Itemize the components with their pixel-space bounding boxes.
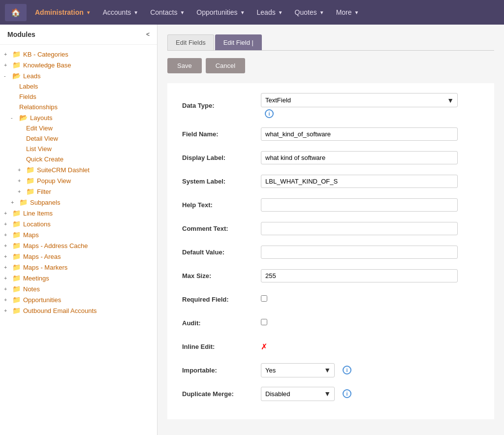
expand-icon: + — [4, 297, 11, 303]
display-label-input[interactable] — [261, 151, 458, 164]
sidebar-item-maps-address-cache[interactable]: + 📁 Maps - Address Cache — [0, 240, 157, 251]
sidebar-item-outbound-email-accounts[interactable]: + 📁 Outbound Email Accounts — [0, 305, 157, 316]
required-field-checkbox[interactable] — [261, 295, 267, 302]
tab-edit-fields[interactable]: Edit Fields — [167, 34, 214, 50]
sidebar-item-meetings[interactable]: + 📁 Meetings — [0, 273, 157, 283]
sidebar-item-locations[interactable]: + 📁 Locations — [0, 218, 157, 229]
system-label-label: System Label: — [182, 178, 261, 185]
default-value-input[interactable] — [261, 246, 458, 259]
sidebar-item-suitecrm-dashlet[interactable]: + 📁 SuiteCRM Dashlet — [0, 164, 157, 175]
comment-text-row: Comment Text: — [182, 220, 479, 236]
help-text-input[interactable] — [261, 198, 458, 212]
sidebar-item-maps-markers[interactable]: + 📁 Maps - Markers — [0, 262, 157, 273]
display-label-row: Display Label: — [182, 150, 479, 165]
sidebar-header: Modules < — [0, 25, 157, 45]
sidebar-item-detail-view[interactable]: Detail View — [0, 133, 157, 144]
sidebar-item-notes[interactable]: + 📁 Notes — [0, 283, 157, 294]
audit-control — [261, 319, 458, 327]
nav-more[interactable]: More ▼ — [330, 0, 365, 25]
sidebar-item-fields[interactable]: Fields — [0, 92, 157, 102]
inline-edit-row: Inline Edit: ✗ — [182, 339, 479, 354]
sidebar-label: Maps — [23, 231, 39, 239]
comment-text-input[interactable] — [261, 222, 458, 235]
sidebar-item-knowledge-base[interactable]: + 📁 Knowledge Base — [0, 60, 157, 70]
field-name-input[interactable] — [261, 127, 458, 141]
nav-leads[interactable]: Leads ▼ — [251, 0, 289, 25]
nav-accounts[interactable]: Accounts ▼ — [97, 0, 145, 25]
main-layout: Modules < + 📁 KB - Categories + 📁 Knowle… — [0, 25, 504, 435]
quotes-arrow-icon: ▼ — [319, 10, 324, 15]
sidebar-item-relationships[interactable]: Relationships — [0, 102, 157, 112]
sidebar-item-leads[interactable]: - 📂 Leads — [0, 70, 157, 81]
expand-icon: + — [4, 210, 11, 216]
sidebar-item-maps[interactable]: + 📁 Maps — [0, 229, 157, 240]
nav-opportunities[interactable]: Opportunities ▼ — [190, 0, 251, 25]
sidebar-label: Subpanels — [30, 199, 60, 206]
duplicate-merge-row: Duplicate Merge: Disabled Enabled Merge … — [182, 386, 479, 402]
nav-administration[interactable]: Administration ▼ — [29, 0, 97, 25]
sidebar-item-layouts[interactable]: - 📂 Layouts — [0, 112, 157, 123]
max-size-control — [261, 269, 458, 282]
expand-icon: + — [18, 188, 25, 194]
sidebar-label: List View — [26, 145, 52, 153]
expand-icon: + — [4, 264, 11, 270]
sidebar-item-quick-create[interactable]: Quick Create — [0, 154, 157, 164]
nav-quotes[interactable]: Quotes ▼ — [289, 0, 330, 25]
sidebar-label: Knowledge Base — [23, 62, 71, 69]
expand-icon: - — [11, 115, 18, 121]
sidebar-collapse-button[interactable]: < — [146, 31, 150, 38]
sidebar-label: Edit View — [26, 124, 53, 132]
duplicate-merge-info-icon[interactable]: i — [343, 389, 351, 398]
sidebar-label: Fields — [19, 93, 36, 100]
sidebar-item-subpanels[interactable]: + 📁 Subpanels — [0, 197, 157, 208]
duplicate-merge-control: Disabled Enabled Merge Only In Filter ▼ … — [261, 387, 458, 401]
field-name-label: Field Name: — [182, 130, 261, 138]
sidebar-item-maps-areas[interactable]: + 📁 Maps - Areas — [0, 251, 157, 262]
tab-bar: Edit Fields Edit Field | — [167, 34, 494, 51]
expand-icon: + — [11, 199, 18, 205]
save-button[interactable]: Save — [167, 58, 202, 73]
duplicate-merge-select[interactable]: Disabled Enabled Merge Only In Filter — [261, 387, 335, 401]
system-label-input[interactable] — [261, 175, 458, 188]
nav-contacts[interactable]: Contacts ▼ — [144, 0, 190, 25]
sidebar: Modules < + 📁 KB - Categories + 📁 Knowle… — [0, 25, 158, 435]
sidebar-item-kb-categories[interactable]: + 📁 KB - Categories — [0, 49, 157, 60]
max-size-input[interactable] — [261, 269, 458, 282]
help-text-label: Help Text: — [182, 201, 261, 209]
tab-edit-field[interactable]: Edit Field | — [215, 34, 262, 50]
sidebar-label: Outbound Email Accounts — [23, 307, 97, 314]
home-button[interactable]: 🏠 — [5, 4, 27, 21]
sidebar-item-opportunities[interactable]: + 📁 Opportunities — [0, 294, 157, 305]
data-type-info-icon[interactable]: i — [265, 109, 274, 118]
folder-icon: 📁 — [12, 274, 21, 282]
folder-icon: 📁 — [12, 220, 21, 228]
folder-open-icon: 📂 — [19, 114, 28, 122]
sidebar-label: Popup View — [37, 177, 71, 185]
sidebar-label: Maps - Address Cache — [23, 242, 88, 249]
system-label-control — [261, 175, 458, 188]
data-type-label: Data Type: — [182, 102, 261, 109]
expand-icon: + — [4, 308, 11, 313]
sidebar-item-filter[interactable]: + 📁 Filter — [0, 186, 157, 197]
importable-select[interactable]: Yes No — [261, 363, 335, 377]
audit-checkbox[interactable] — [261, 319, 267, 325]
sidebar-label: Meetings — [23, 275, 49, 282]
display-label-control — [261, 151, 458, 164]
cancel-button[interactable]: Cancel — [206, 58, 245, 73]
sidebar-label: Labels — [19, 83, 38, 90]
sidebar-item-popup-view[interactable]: + 📁 Popup View — [0, 175, 157, 186]
sidebar-label: Leads — [23, 72, 40, 80]
sidebar-item-labels[interactable]: Labels — [0, 81, 157, 92]
leads-arrow-icon: ▼ — [278, 10, 283, 15]
folder-icon: 📁 — [12, 252, 21, 260]
sidebar-item-edit-view[interactable]: Edit View — [0, 123, 157, 133]
folder-icon: 📁 — [12, 296, 21, 304]
expand-icon: + — [4, 62, 11, 68]
data-type-select[interactable]: TextField Integer Boolean Date DateTime … — [261, 93, 458, 107]
data-type-select-wrapper: TextField Integer Boolean Date DateTime … — [261, 93, 458, 107]
field-name-row: Field Name: — [182, 126, 479, 142]
default-value-control — [261, 246, 458, 259]
importable-info-icon[interactable]: i — [343, 366, 351, 374]
sidebar-item-list-view[interactable]: List View — [0, 144, 157, 154]
sidebar-item-line-items[interactable]: + 📁 Line Items — [0, 208, 157, 218]
